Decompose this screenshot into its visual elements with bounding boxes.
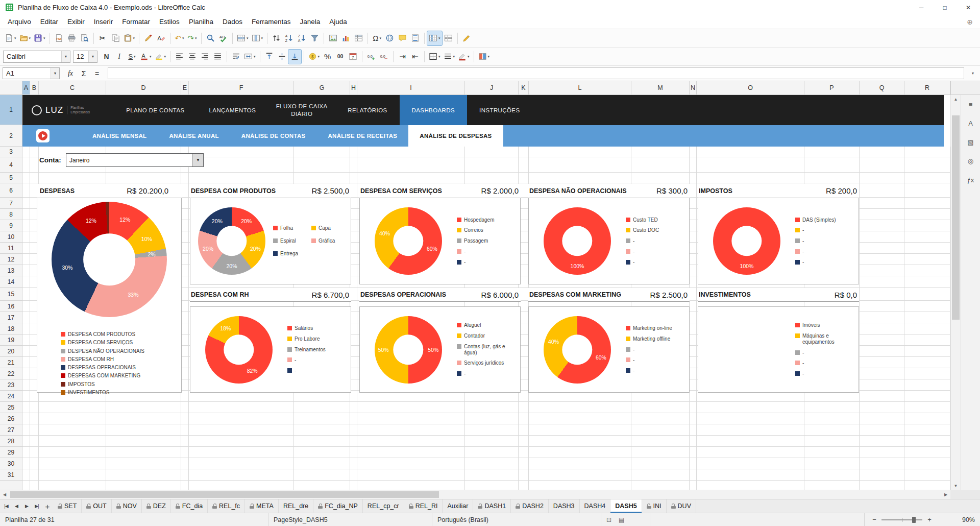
row-header-26[interactable]: 26 xyxy=(0,413,22,424)
row-header-30[interactable]: 30 xyxy=(0,458,22,469)
close-button[interactable]: ✕ xyxy=(957,0,980,15)
subnav-tab-analise-de-receitas[interactable]: ANÁLISE DE RECEITAS xyxy=(316,125,408,147)
row-header-19[interactable]: 19 xyxy=(0,334,22,346)
wrap-text-button[interactable] xyxy=(230,50,242,64)
find-replace-button[interactable] xyxy=(204,31,217,45)
function-wizard-button[interactable]: fx xyxy=(64,69,77,78)
despesa-nao-operacionais-panel[interactable]: 100%Custo TEDCusto DOC--- xyxy=(528,198,690,284)
clone-formatting-button[interactable] xyxy=(142,31,155,45)
despesa-com-servicos-panel[interactable]: 60%40%HospedagemCorreiosPassagem-- xyxy=(359,198,521,284)
subnav-tab-analise-de-contas[interactable]: ANÁLISE DE CONTAS xyxy=(230,125,317,147)
sheet-tab-dash3[interactable]: DASH3 xyxy=(549,499,580,513)
horizontal-scrollbar[interactable]: ◀ ▶ xyxy=(0,490,980,499)
sort-ascending-button[interactable]: AZ xyxy=(283,31,296,45)
sheet-tab-fc-dia-np[interactable]: FC_dia_NP xyxy=(313,499,363,513)
autofilter-button[interactable] xyxy=(308,31,321,45)
menu-planilha[interactable]: Planilha xyxy=(184,16,218,28)
add-sheet-button[interactable]: + xyxy=(42,502,53,511)
row-header-14[interactable]: 14 xyxy=(0,276,22,288)
despesas-operacionais-panel[interactable]: 50%50%AluguelContadorContas (luz, gás e … xyxy=(359,306,521,393)
nav-tab-instrucoes[interactable]: INSTRUÇÕES xyxy=(467,95,532,125)
first-sheet-button[interactable]: |◀ xyxy=(1,504,11,509)
sheet-tab-rel-cp-cr[interactable]: REL_cp_cr xyxy=(363,499,404,513)
conditional-formatting-button[interactable]: ▾ xyxy=(477,50,492,64)
menu-inserir[interactable]: Inserir xyxy=(89,16,118,28)
subnav-tab-analise-mensal[interactable]: ANÁLISE MENSAL xyxy=(81,125,158,147)
underline-button[interactable]: S▾ xyxy=(126,50,138,64)
clear-formatting-button[interactable]: A xyxy=(155,31,167,45)
decrease-indent-button[interactable]: ⇤ xyxy=(409,50,422,64)
font-name-combo[interactable]: Calibri ▼ xyxy=(3,51,70,63)
copy-button[interactable] xyxy=(109,31,122,45)
font-color-button[interactable]: A▾ xyxy=(138,50,153,64)
pivot-table-button[interactable] xyxy=(352,31,365,45)
menu-editar[interactable]: Editar xyxy=(36,16,63,28)
freeze-panes-button[interactable]: ▾ xyxy=(427,31,442,45)
column-header-D[interactable]: D xyxy=(106,81,181,94)
sort-descending-button[interactable]: ZA xyxy=(296,31,308,45)
menu-arquivo[interactable]: Arquivo xyxy=(3,16,36,28)
combo-arrow-icon[interactable]: ▼ xyxy=(61,51,70,62)
menu-ajuda[interactable]: Ajuda xyxy=(325,16,352,28)
scroll-left-icon[interactable]: ◀ xyxy=(0,492,9,497)
conta-dropdown-arrow-icon[interactable]: ▼ xyxy=(192,154,203,166)
column-header-K[interactable]: K xyxy=(519,81,529,94)
navigator-icon[interactable]: ◎ xyxy=(965,155,977,167)
format-date-button[interactable]: 7 xyxy=(347,50,359,64)
last-sheet-button[interactable]: ▶| xyxy=(32,504,42,509)
row-header-5[interactable]: 5 xyxy=(0,173,22,183)
sheet-tab-nov[interactable]: NOV xyxy=(112,499,142,513)
column-header-C[interactable]: C xyxy=(39,81,106,94)
paste-button[interactable]: ▾ xyxy=(122,31,137,45)
despesas-panel[interactable]: 12%10%2%33%30%12%DESPESA COM PRODUTOSDES… xyxy=(37,198,182,393)
sheet-tab-ini[interactable]: INI xyxy=(642,499,667,513)
align-bottom-button[interactable] xyxy=(288,50,301,64)
sheet-grid[interactable]: LUZ Planilhas Empresariais PLANO DE CONT… xyxy=(22,95,950,490)
border-color-button[interactable]: ▾ xyxy=(456,50,471,64)
vertical-scrollbar[interactable]: ▲ ▼ xyxy=(950,95,961,490)
row-header-16[interactable]: 16 xyxy=(0,301,22,312)
column-header-G[interactable]: G xyxy=(294,81,350,94)
sheet-tab-dash1[interactable]: DASH1 xyxy=(473,499,511,513)
zoom-in-button[interactable]: + xyxy=(925,516,934,523)
column-header-B[interactable]: B xyxy=(30,81,39,94)
sheet-tab-dash5[interactable]: DASH5 xyxy=(610,499,642,513)
globe-icon[interactable]: ⊕ xyxy=(967,18,973,26)
row-header-17[interactable]: 17 xyxy=(0,312,22,323)
borders-button[interactable]: ▾ xyxy=(427,50,442,64)
align-left-button[interactable] xyxy=(173,50,186,64)
row-header-21[interactable]: 21 xyxy=(0,357,22,368)
zoom-slider[interactable] xyxy=(881,519,922,520)
redo-button[interactable]: ↷▾ xyxy=(186,31,199,45)
name-box[interactable]: A1 ▼ xyxy=(3,67,60,79)
column-header-P[interactable]: P xyxy=(804,81,860,94)
column-header-L[interactable]: L xyxy=(529,81,631,94)
open-button[interactable]: ▾ xyxy=(18,31,33,45)
menu-janela[interactable]: Janela xyxy=(295,16,325,28)
sidebar-settings-icon[interactable]: ≡ xyxy=(965,98,977,110)
save-button[interactable]: ▾ xyxy=(32,31,47,45)
column-header-H[interactable]: H xyxy=(350,81,357,94)
row-header-8[interactable]: 8 xyxy=(0,209,22,220)
row-header-20[interactable]: 20 xyxy=(0,346,22,357)
row-header-27[interactable]: 27 xyxy=(0,424,22,436)
formula-input[interactable] xyxy=(108,67,964,79)
scroll-down-icon[interactable]: ▼ xyxy=(951,482,961,490)
horizontal-scroll-thumb[interactable] xyxy=(10,491,439,498)
bold-button[interactable]: N xyxy=(100,50,113,64)
menu-formatar[interactable]: Formatar xyxy=(117,16,155,28)
sheet-tab-set[interactable]: SET xyxy=(53,499,82,513)
insert-column-button[interactable]: ▾ xyxy=(250,31,265,45)
document-modified-icon[interactable]: ▤ xyxy=(619,516,624,523)
merge-cells-button[interactable]: ▾ xyxy=(242,50,257,64)
sheet-tab-fc-dia[interactable]: FC_dia xyxy=(171,499,208,513)
row-header-24[interactable]: 24 xyxy=(0,391,22,402)
insert-row-button[interactable]: ▾ xyxy=(235,31,250,45)
column-header-A[interactable]: A xyxy=(22,81,30,94)
next-sheet-button[interactable]: ▶ xyxy=(21,504,32,509)
nav-tab-fluxo-de-caixa-diario[interactable]: FLUXO DE CAIXA DIÁRIO xyxy=(268,95,335,125)
select-all-corner[interactable] xyxy=(0,81,22,94)
sheet-tab-out[interactable]: OUT xyxy=(82,499,111,513)
insert-image-button[interactable] xyxy=(327,31,339,45)
subnav-tab-analise-de-despesas[interactable]: ANÁLISE DE DESPESAS xyxy=(408,125,503,147)
